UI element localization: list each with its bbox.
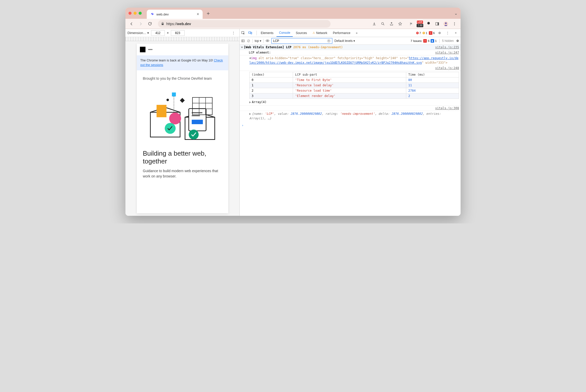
table-row[interactable]: 1'Resource load delay'11 xyxy=(250,83,459,88)
tab-close-button[interactable]: × xyxy=(197,12,199,17)
console-settings-icon[interactable]: ⚙ xyxy=(456,39,459,43)
table-row[interactable]: 2'Resource load time'2784 xyxy=(250,88,459,93)
blocked-count[interactable]: ×6 xyxy=(429,31,435,35)
site-favicon xyxy=(150,12,154,16)
element-html[interactable]: <img alt aria-hidden="true" class="hero_… xyxy=(240,55,461,66)
tabs-dropdown-button[interactable]: ⌄ xyxy=(454,11,458,16)
object-preview[interactable]: {name: 'LCP', value: 2876.200000029802, … xyxy=(240,111,461,123)
browser-window: web.dev × ＋ ⌄ https://web.dev xyxy=(125,8,461,216)
reload-button[interactable] xyxy=(146,20,154,28)
console-prompt[interactable]: › xyxy=(240,123,461,128)
close-window-button[interactable] xyxy=(128,12,132,15)
lock-icon xyxy=(161,22,164,25)
share-button[interactable] xyxy=(387,20,396,28)
array-expand[interactable]: Array(4) xyxy=(240,100,461,105)
tab-console[interactable]: Console xyxy=(276,29,293,37)
tab-network[interactable]: Network xyxy=(310,29,330,37)
preview-viewport[interactable]: The Chrome team is back at Google I/O on… xyxy=(125,41,239,216)
source-link[interactable]: vitals.js:247 xyxy=(433,51,459,54)
new-tab-button[interactable]: ＋ xyxy=(206,10,211,17)
brought-by-text: Brought to you by the Chrome DevRel team xyxy=(137,70,228,83)
address-toolbar: https://web.dev LCP 2.88 xyxy=(125,19,461,29)
filter-input[interactable]: × xyxy=(271,38,332,44)
sidebar-toggle-icon[interactable] xyxy=(241,39,245,43)
dimension-times: × xyxy=(167,31,169,35)
window-controls xyxy=(128,12,142,15)
log-table[interactable]: vitals.js:248 xyxy=(240,66,461,71)
svg-point-7 xyxy=(454,25,455,25)
clear-console-icon[interactable] xyxy=(247,39,250,43)
hidden-count[interactable]: 5 hidden xyxy=(442,39,454,43)
th-time[interactable]: Time (ms) xyxy=(406,72,459,77)
svg-point-19 xyxy=(166,99,169,101)
close-devtools-button[interactable]: × xyxy=(452,31,459,35)
source-link[interactable]: vitals.js:248 xyxy=(433,66,459,70)
issues-summary[interactable]: 7 Issues: ×6 ▮1 xyxy=(411,39,437,43)
settings-icon[interactable]: ⚙ xyxy=(436,31,443,35)
svg-point-33 xyxy=(267,40,268,41)
source-link[interactable]: vitals.js:235 xyxy=(433,45,459,49)
banner-text: The Chrome team is back at Google I/O on… xyxy=(140,59,214,62)
svg-point-10 xyxy=(169,112,181,124)
height-input[interactable] xyxy=(171,30,185,36)
menu-icon[interactable] xyxy=(148,49,153,50)
minimize-window-button[interactable] xyxy=(134,12,137,15)
page-heading: Building a better web, together xyxy=(137,147,228,166)
svg-rect-9 xyxy=(156,105,166,117)
device-toolbar: Dimension… ▾ × ⋮ xyxy=(125,29,239,37)
tab-sources[interactable]: Sources xyxy=(293,29,310,37)
svg-rect-2 xyxy=(437,22,439,25)
svg-line-32 xyxy=(248,40,249,42)
announcement-banner: The Chrome team is back at Google I/O on… xyxy=(137,55,228,70)
source-link[interactable]: vitals.js:308 xyxy=(433,106,459,110)
forward-button[interactable] xyxy=(137,20,145,28)
svg-rect-29 xyxy=(251,32,252,34)
devtools-menu-icon[interactable]: ⋮ xyxy=(444,31,451,35)
bookmark-button[interactable] xyxy=(396,20,404,28)
browser-tab[interactable]: web.dev × xyxy=(147,10,203,19)
install-button[interactable] xyxy=(370,20,378,28)
filter-text[interactable] xyxy=(273,39,326,43)
more-tabs-button[interactable]: » xyxy=(353,31,360,35)
zoom-button[interactable] xyxy=(379,20,387,28)
live-expression-icon[interactable] xyxy=(266,39,269,43)
devtools-tabs: Elements Console Sources Network Perform… xyxy=(240,29,461,37)
table-row[interactable]: 0'Time to First Byte'80 xyxy=(250,77,459,83)
device-dropdown[interactable]: Dimension… ▾ xyxy=(127,31,149,35)
log-lcp-element[interactable]: LCP element: vitals.js:247 xyxy=(240,50,461,55)
extensions-button[interactable] xyxy=(425,20,433,28)
url-text: https://web.dev xyxy=(166,22,191,26)
th-subpart[interactable]: LCP sub-part xyxy=(293,72,406,77)
error-count[interactable]: ×7 xyxy=(416,31,421,35)
console-output[interactable]: [Web Vitals Extension] LCP 2876 ms (need… xyxy=(240,45,461,216)
flag-icon[interactable] xyxy=(407,20,415,28)
profile-avatar[interactable] xyxy=(442,20,450,28)
devtools-panel: Elements Console Sources Network Perform… xyxy=(240,29,461,216)
log-object[interactable]: vitals.js:308 xyxy=(240,105,461,111)
tab-elements[interactable]: Elements xyxy=(258,29,276,37)
th-index[interactable]: (index) xyxy=(250,72,293,77)
menu-button[interactable] xyxy=(450,20,459,28)
inspect-icon[interactable] xyxy=(241,31,248,35)
device-toggle-icon[interactable] xyxy=(248,31,255,35)
svg-rect-16 xyxy=(192,120,203,124)
levels-dropdown[interactable]: Default levels ▾ xyxy=(334,39,355,43)
log-lcp-summary[interactable]: [Web Vitals Extension] LCP 2876 ms (need… xyxy=(240,45,461,50)
device-menu-button[interactable]: ⋮ xyxy=(229,29,237,37)
back-button[interactable] xyxy=(127,20,136,28)
svg-point-4 xyxy=(445,22,447,24)
address-bar[interactable]: https://web.dev xyxy=(158,20,331,28)
maximize-window-button[interactable] xyxy=(139,12,142,15)
table-row[interactable]: 3'Element render delay'2 xyxy=(250,93,459,99)
sidepanel-button[interactable] xyxy=(433,20,441,28)
width-input[interactable] xyxy=(151,30,165,36)
tab-performance[interactable]: Performance xyxy=(330,29,353,37)
warning-count[interactable]: !1 xyxy=(422,31,427,35)
hero-illustration xyxy=(137,83,228,147)
svg-point-6 xyxy=(454,23,455,24)
svg-rect-30 xyxy=(242,40,245,42)
clear-filter-icon[interactable]: × xyxy=(327,39,331,43)
context-dropdown[interactable]: top ▾ xyxy=(255,39,261,43)
page-logo xyxy=(140,47,145,52)
lcp-extension-badge[interactable]: LCP 2.88 xyxy=(416,20,424,28)
